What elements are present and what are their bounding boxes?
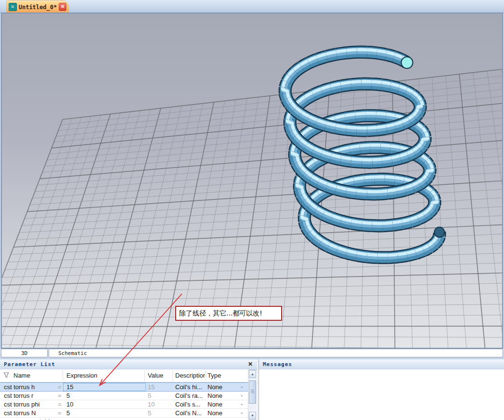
- param-value-cell: 5: [148, 392, 172, 399]
- param-type-cell: None: [207, 401, 237, 408]
- selection-focus-box: [63, 383, 146, 391]
- viewport-3d[interactable]: 除了线径，其它...都可以改!: [1, 13, 503, 349]
- messages-title: Messages: [259, 361, 292, 368]
- column-separator: [63, 370, 63, 381]
- view-tab-strip: 3D Schematic: [0, 349, 504, 359]
- filter-icon[interactable]: [3, 372, 9, 378]
- scrollbar-thumb[interactable]: [249, 381, 256, 404]
- column-header-name[interactable]: Name: [13, 372, 62, 379]
- column-header-value[interactable]: Value: [148, 372, 172, 379]
- type-dropdown-chevron[interactable]: ⌄: [240, 409, 247, 415]
- table-row[interactable]: cst torrus N=55Coil's N...None⌄: [0, 409, 248, 418]
- param-expression-cell: 5: [66, 392, 142, 399]
- scroll-up-icon[interactable]: ▲: [249, 370, 256, 378]
- close-icon[interactable]: ✕: [247, 361, 254, 368]
- param-expression-cell: 10: [66, 401, 142, 408]
- parameter-table-header[interactable]: Name Expression Value Description Type: [0, 369, 248, 382]
- param-expression-cell: 5: [66, 409, 142, 417]
- type-dropdown-chevron[interactable]: ⌄: [240, 392, 247, 397]
- param-name-cell: cst torrus h: [4, 383, 56, 391]
- parameter-rows: cst torrus h=1515Coil's hi...None⌄cst to…: [0, 382, 248, 418]
- param-description-cell: Coil's hi...: [175, 383, 205, 391]
- type-dropdown-chevron[interactable]: ⌄: [240, 383, 247, 389]
- messages-header: Messages: [259, 359, 504, 370]
- param-type-cell: None: [207, 392, 237, 399]
- scene-3d: [1, 13, 503, 349]
- equals-sign: =: [58, 392, 64, 399]
- cst-project-icon: ≈: [9, 3, 17, 11]
- parameter-list-header: Parameter List ✕: [0, 359, 257, 370]
- tab-schematic[interactable]: Schematic: [49, 349, 503, 357]
- parameter-table: Name Expression Value Description Type c…: [0, 369, 248, 420]
- column-header-type[interactable]: Type: [207, 372, 246, 379]
- bottom-panels: Parameter List ✕ Name Expression Value D…: [0, 359, 504, 420]
- annotation-callout: 除了线径，其它...都可以改!: [175, 306, 282, 321]
- param-name-cell: cst torrus N: [4, 409, 56, 417]
- param-type-cell: None: [207, 383, 237, 391]
- param-description-cell: Coil's ra...: [175, 392, 205, 399]
- param-type-cell: None: [207, 409, 237, 417]
- parameter-list-title: Parameter List: [0, 361, 55, 368]
- param-description-cell: Coil's N...: [175, 409, 205, 417]
- type-dropdown-chevron[interactable]: ⌄: [240, 401, 247, 406]
- new-variable-row[interactable]: <new variable>: [0, 418, 248, 420]
- messages-panel: Messages: [258, 359, 504, 420]
- equals-sign: =: [58, 409, 64, 417]
- param-name-cell: cst torrus phi: [4, 401, 56, 408]
- tab-close-icon[interactable]: ✕: [59, 3, 66, 11]
- table-row[interactable]: cst torrus r=55Coil's ra...None⌄: [0, 392, 248, 400]
- param-value-cell: 10: [148, 401, 172, 408]
- param-description-cell: Coil's s...: [175, 401, 205, 408]
- scroll-down-icon[interactable]: ▼: [249, 412, 256, 420]
- table-row[interactable]: cst torrus phi=1010Coil's s...None⌄: [0, 400, 248, 409]
- column-header-description[interactable]: Description: [175, 372, 205, 379]
- param-value-cell: 15: [148, 383, 172, 391]
- tab-3d[interactable]: 3D: [1, 349, 48, 357]
- column-header-expression[interactable]: Expression: [66, 372, 142, 379]
- column-separator: [172, 370, 173, 381]
- document-tab-bar: ≈ Untitled_0* ✕: [0, 0, 504, 13]
- param-value-cell: 5: [148, 409, 172, 417]
- table-row[interactable]: cst torrus h=1515Coil's hi...None⌄: [0, 382, 248, 392]
- vertical-scrollbar[interactable]: ▲ ▼: [248, 370, 257, 420]
- messages-body[interactable]: [259, 369, 504, 420]
- app-window: ≈ Untitled_0* ✕ 除了线径，其它...都可以改! 3D Schem…: [0, 0, 504, 420]
- document-title: Untitled_0*: [19, 4, 57, 11]
- equals-sign: =: [58, 401, 64, 408]
- param-name-cell: cst torrus r: [4, 392, 56, 399]
- column-separator: [144, 370, 145, 381]
- column-separator: [206, 370, 206, 381]
- parameter-list-panel: Parameter List ✕ Name Expression Value D…: [0, 359, 257, 420]
- annotation-text: 除了线径，其它...都可以改!: [179, 309, 262, 318]
- document-tab[interactable]: ≈ Untitled_0* ✕: [6, 0, 69, 13]
